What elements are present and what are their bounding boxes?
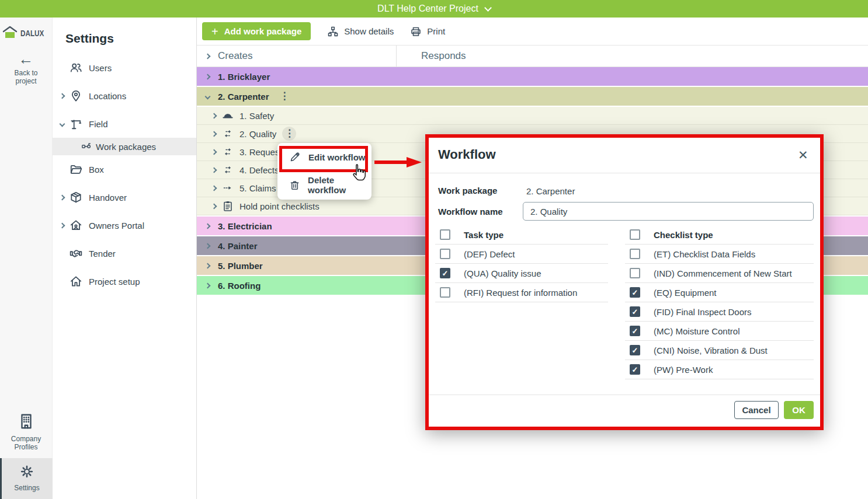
row-label: 2. Quality: [239, 129, 276, 139]
checkbox[interactable]: [630, 345, 640, 355]
sidebar-item-locations[interactable]: Locations: [53, 82, 196, 110]
chevron-right-icon: [205, 53, 211, 59]
company-profiles-label: Company Profiles: [0, 435, 53, 451]
sidebar-item-owners-portal[interactable]: Owners Portal: [53, 211, 196, 239]
workflow-row-safety[interactable]: 1. Safety: [197, 107, 868, 125]
project-title[interactable]: DLT Help Center Project: [377, 4, 478, 14]
work-package-row-carpenter[interactable]: 2. Carpenter ⋮: [197, 87, 868, 106]
chevron-right-icon[interactable]: [211, 185, 217, 191]
pencil-icon: [289, 151, 301, 163]
show-details-button[interactable]: Show details: [327, 26, 394, 37]
chevron-right-icon[interactable]: [211, 113, 217, 118]
delete-workflow-label: Delete workflow: [308, 175, 371, 195]
company-profiles-button[interactable]: Company Profiles: [0, 407, 53, 458]
row-label: 3. Reques: [239, 147, 279, 157]
chevron-right-icon[interactable]: [205, 263, 211, 268]
checkbox[interactable]: [630, 249, 640, 259]
row-label: 3. Electrician: [218, 221, 272, 231]
trash-icon: [289, 179, 300, 191]
arrow-right-dotted-icon: [222, 182, 234, 194]
handshake-icon: [69, 246, 83, 260]
sidebar-item-label: Users: [89, 63, 112, 73]
toolbar: + Add work package Show details Print: [197, 18, 868, 46]
chevron-down-icon[interactable]: [484, 4, 492, 12]
chevron-right-icon[interactable]: [205, 223, 211, 229]
checkbox[interactable]: [630, 306, 640, 317]
checklist-icon: [222, 200, 234, 212]
kebab-menu-icon[interactable]: ⋮: [282, 127, 296, 141]
chevron-right-icon[interactable]: [211, 131, 217, 137]
ok-button[interactable]: OK: [784, 401, 814, 419]
workflow-arrows-icon: [222, 128, 234, 139]
checkbox[interactable]: [440, 229, 450, 240]
checkbox-label: (CNI) Noise, Vibration & Dust: [654, 346, 768, 355]
kebab-menu-icon[interactable]: ⋮: [277, 92, 292, 101]
workflow-name-input[interactable]: [523, 202, 814, 221]
chevron-right-icon[interactable]: [211, 167, 217, 173]
checkbox[interactable]: [630, 326, 640, 336]
chevron-right-icon[interactable]: [211, 149, 217, 155]
sidebar-item-handover[interactable]: Handover: [53, 183, 196, 211]
sidebar-item-label: Box: [89, 165, 104, 175]
checkbox[interactable]: [630, 364, 640, 375]
checkbox[interactable]: [440, 287, 450, 298]
sidebar-item-label: Owners Portal: [89, 221, 144, 231]
sidebar-item-field[interactable]: Field: [53, 110, 196, 138]
back-to-project-button[interactable]: ← Back to project: [8, 53, 44, 85]
sidebar-item-tender[interactable]: Tender: [53, 239, 196, 267]
dalux-house-icon: [2, 26, 18, 40]
chevron-right-icon[interactable]: [205, 243, 211, 249]
checkbox[interactable]: [440, 249, 450, 259]
row-label: 5. Plumber: [218, 261, 263, 271]
delete-workflow-menu-item[interactable]: Delete workflow: [277, 171, 371, 199]
settings-nav-list: Users Locations Field Work packages Box: [53, 54, 196, 295]
dalux-logo-text: DALUX: [20, 28, 44, 38]
print-button[interactable]: Print: [410, 26, 445, 37]
row-label: 2. Carpenter: [218, 92, 269, 102]
chevron-right-icon: [59, 93, 65, 99]
checkbox-row-rfi: (RFI) Request for information: [435, 283, 608, 302]
chevron-right-icon[interactable]: [211, 203, 217, 209]
checkbox-row-eq: (EQ) Equipment: [625, 283, 814, 302]
column-header-creates[interactable]: Creates: [197, 46, 396, 67]
dalux-logo: DALUX: [2, 26, 51, 40]
work-package-row-bricklayer[interactable]: 1. Bricklayer: [197, 67, 868, 86]
checkbox-row-mc: (MC) Moisture Control: [625, 322, 814, 341]
task-type-header: Task type: [464, 230, 504, 240]
add-work-package-button[interactable]: + Add work package: [202, 22, 311, 40]
helmet-icon: [222, 110, 234, 121]
chevron-right-icon[interactable]: [205, 282, 211, 288]
checkbox-row-et: (ET) Checklist Data Fields: [625, 245, 814, 264]
chevron-down-icon[interactable]: [205, 93, 211, 99]
sidebar-item-project-setup[interactable]: Project setup: [53, 267, 196, 295]
add-work-package-label: Add work package: [224, 26, 302, 36]
checkbox-row-pw: (PW) Pre-Work: [625, 360, 814, 379]
settings-rail-button[interactable]: Settings: [0, 458, 53, 499]
edit-workflow-label: Edit workflow: [308, 152, 366, 162]
sidebar-item-box[interactable]: Box: [53, 155, 196, 183]
work-packages-icon: [81, 141, 92, 152]
owners-house-icon: [69, 218, 83, 232]
responds-label: Responds: [421, 50, 466, 62]
workflow-arrows-icon: [222, 146, 234, 158]
plus-icon: +: [211, 26, 218, 37]
project-header-bar: DLT Help Center Project: [0, 0, 868, 18]
row-label: Hold point checklists: [239, 201, 320, 211]
checkbox[interactable]: [630, 268, 640, 278]
sidebar-item-label: Locations: [89, 91, 126, 101]
checkbox-row-task-header: Task type: [435, 225, 608, 245]
row-label: 4. Defects: [239, 165, 279, 175]
checkbox-label: (QUA) Quality issue: [464, 268, 541, 278]
checkbox-row-checklist-header: Checklist type: [625, 225, 814, 245]
sidebar-item-users[interactable]: Users: [53, 54, 196, 82]
hierarchy-icon: [327, 26, 339, 37]
chevron-right-icon[interactable]: [205, 74, 211, 79]
cancel-button[interactable]: Cancel: [734, 401, 779, 419]
sidebar-item-work-packages[interactable]: Work packages: [53, 138, 196, 155]
edit-workflow-menu-item[interactable]: Edit workflow: [277, 143, 371, 171]
checkbox[interactable]: [630, 229, 640, 240]
close-icon[interactable]: ✕: [798, 148, 808, 162]
checkbox-row-fid: (FID) Final Inspect Doors: [625, 302, 814, 322]
checkbox[interactable]: [440, 268, 450, 278]
checkbox[interactable]: [630, 287, 640, 298]
